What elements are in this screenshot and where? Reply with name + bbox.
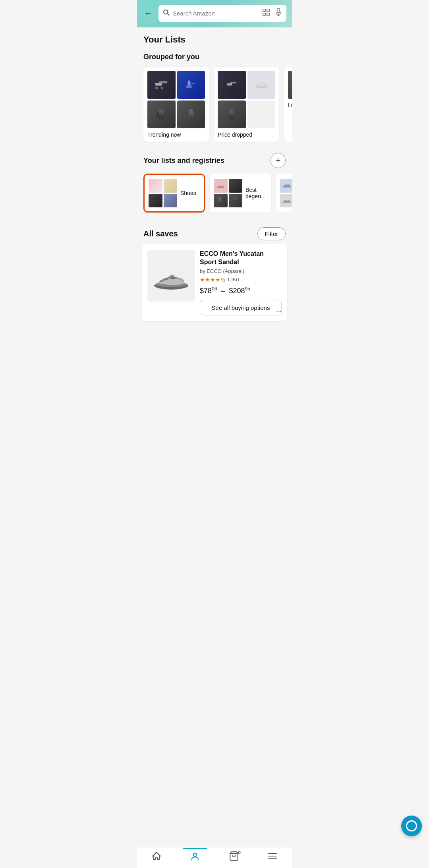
svg-rect-40 [218, 197, 221, 199]
price-high-cents: 95 [245, 286, 250, 292]
price-low: 78 [204, 287, 212, 295]
svg-point-12 [161, 87, 164, 89]
svg-rect-10 [159, 81, 167, 83]
svg-rect-30 [229, 109, 234, 114]
svg-rect-16 [158, 109, 164, 114]
price-display: $7806 – $20895 [200, 286, 282, 295]
price-dropped-label: Price dropped [218, 131, 275, 138]
svg-rect-23 [189, 116, 191, 120]
svg-rect-31 [228, 114, 235, 116]
add-list-button[interactable]: + [271, 153, 286, 168]
shoes-label: Shoes [180, 190, 200, 196]
grouped-card-limited[interactable]: Limited av... [284, 67, 292, 142]
product-brand: by ECCO (Apparel) [200, 268, 282, 274]
svg-rect-33 [232, 116, 234, 120]
svg-line-1 [167, 14, 169, 15]
price-low-cents: 06 [212, 286, 217, 292]
svg-rect-41 [218, 200, 222, 201]
price-dropped-img-1 [218, 71, 246, 99]
grouped-card-price-dropped[interactable]: Price dropped [214, 67, 279, 142]
third-grid [280, 179, 292, 207]
more-options-button[interactable]: ··· [275, 306, 282, 315]
shoes-img-3 [149, 194, 162, 208]
shoes-img-2 [164, 179, 178, 193]
lists-scroll: Shoes Best degen... [137, 172, 292, 218]
degen-img-4 [229, 194, 243, 208]
trending-img-1 [147, 71, 176, 99]
svg-rect-6 [277, 8, 280, 13]
svg-rect-9 [155, 83, 162, 86]
filter-button[interactable]: Filter [257, 227, 286, 240]
camera-search-icon[interactable] [262, 8, 271, 19]
degen-grid [214, 179, 242, 207]
stars-display: ★★★★½ [200, 276, 225, 283]
price-dropped-img-4 [247, 101, 276, 129]
page-content: Your Lists Grouped for you Trending now [137, 27, 292, 355]
third-img-1 [280, 179, 292, 193]
product-details: ECCO Men's Yucatan Sport Sandal by ECCO … [200, 250, 282, 315]
divider [137, 220, 292, 220]
header: ← [137, 0, 292, 27]
shoes-img-4 [164, 194, 178, 208]
svg-rect-21 [189, 109, 193, 113]
svg-rect-26 [194, 112, 195, 116]
svg-rect-15 [190, 83, 195, 84]
trending-img-3 [147, 101, 176, 129]
price-dropped-img-2 [247, 71, 276, 99]
shoes-img-1 [149, 179, 162, 193]
svg-rect-28 [230, 82, 237, 84]
grouped-cards-scroll: Trending now Price dropped [137, 65, 292, 148]
grouped-card-trending[interactable]: Trending now [143, 67, 209, 142]
review-count: 1,961 [227, 276, 240, 282]
degen-img-1 [214, 179, 228, 193]
grouped-section-title: Grouped for you [137, 47, 292, 65]
svg-rect-3 [267, 9, 269, 12]
list-card-third[interactable] [276, 174, 292, 213]
limited-label: Limited av... [288, 102, 292, 108]
svg-rect-22 [187, 113, 194, 116]
trending-label: Trending now [147, 131, 205, 138]
trending-img-4 [177, 101, 205, 129]
trending-grid [147, 71, 205, 128]
svg-rect-43 [233, 200, 237, 201]
search-icon [162, 9, 170, 18]
svg-rect-2 [263, 9, 265, 12]
degen-img-3 [214, 194, 228, 208]
all-saves-header: All saves Filter [137, 222, 292, 244]
search-input[interactable] [173, 10, 259, 17]
trending-img-2 [177, 71, 205, 99]
list-card-shoes[interactable]: Shoes [143, 174, 205, 213]
svg-rect-19 [162, 116, 163, 120]
lists-registries-title: Your lists and registries [143, 157, 224, 165]
all-saves-title: All saves [143, 229, 178, 238]
rating-row: ★★★★½ 1,961 [200, 276, 282, 283]
third-img-3 [280, 194, 292, 208]
buy-button[interactable]: See all buying options [200, 300, 282, 315]
page-title: Your Lists [137, 27, 292, 47]
svg-rect-25 [187, 112, 188, 116]
svg-rect-45 [172, 277, 175, 278]
svg-rect-42 [234, 197, 236, 199]
shoes-grid [149, 179, 177, 207]
price-dropped-img-3 [218, 101, 246, 129]
svg-rect-20 [157, 112, 158, 117]
price-high: 208 [233, 287, 245, 295]
back-button[interactable]: ← [143, 7, 155, 20]
product-card-ecco: ECCO Men's Yucatan Sport Sandal by ECCO … [142, 244, 287, 321]
limited-grid [288, 71, 292, 99]
svg-rect-17 [158, 114, 165, 116]
limited-img-1 [288, 71, 292, 99]
microphone-icon[interactable] [274, 8, 282, 19]
product-image [147, 250, 195, 302]
svg-rect-32 [230, 116, 231, 120]
svg-rect-18 [159, 116, 160, 120]
list-card-best-degen[interactable]: Best degen... [210, 174, 271, 213]
svg-rect-4 [263, 13, 265, 15]
svg-rect-14 [186, 85, 192, 88]
degen-label: Best degen... [245, 187, 267, 199]
search-bar[interactable] [158, 5, 286, 22]
price-dropped-grid [218, 71, 275, 128]
product-title: ECCO Men's Yucatan Sport Sandal [200, 250, 282, 267]
svg-rect-5 [267, 13, 269, 15]
svg-rect-27 [227, 83, 232, 85]
